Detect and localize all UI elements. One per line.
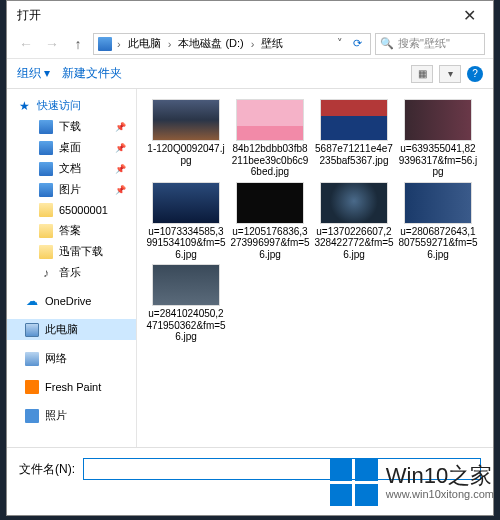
back-button[interactable]: ← <box>15 33 37 55</box>
breadcrumb-sep: › <box>165 38 175 50</box>
pin-icon: 📌 <box>115 122 126 132</box>
sidebar-label: 图片 <box>59 182 81 197</box>
arrow-right-icon: → <box>45 36 59 52</box>
file-item[interactable]: u=1205176836,3273996997&fm=56.jpg <box>229 182 311 261</box>
file-item[interactable]: 1-120Q0092047.jpg <box>145 99 227 178</box>
sidebar-label: 音乐 <box>59 265 81 280</box>
breadcrumb-seg[interactable]: 本地磁盘 (D:) <box>176 36 245 51</box>
sidebar-label: 网络 <box>45 351 67 366</box>
file-thumbnail <box>404 99 472 141</box>
sidebar-item-pictures[interactable]: 图片📌 <box>7 179 136 200</box>
titlebar: 打开 ✕ <box>7 1 493 29</box>
sidebar-item-documents[interactable]: 文档📌 <box>7 158 136 179</box>
refresh-button[interactable]: ⟳ <box>348 37 366 50</box>
drive-icon <box>98 37 112 51</box>
filename-label: 文件名(N): <box>19 458 75 478</box>
help-button[interactable]: ? <box>467 66 483 82</box>
file-thumbnail <box>152 182 220 224</box>
search-icon: 🔍 <box>380 37 394 50</box>
sidebar-item-desktop[interactable]: 桌面📌 <box>7 137 136 158</box>
sidebar-label: 照片 <box>45 408 67 423</box>
file-thumbnail <box>320 99 388 141</box>
sidebar-label: 文档 <box>59 161 81 176</box>
breadcrumb-sep: › <box>248 38 258 50</box>
sidebar-item-answers[interactable]: 答案 <box>7 220 136 241</box>
folder-icon <box>39 245 53 259</box>
watermark-url: www.win10xitong.com <box>386 488 494 500</box>
help-icon: ? <box>472 68 478 79</box>
pin-icon: 📌 <box>115 164 126 174</box>
sidebar-item-fresh-paint[interactable]: Fresh Paint <box>7 377 136 397</box>
breadcrumb-dropdown[interactable]: ˅ <box>334 37 346 50</box>
new-folder-button[interactable]: 新建文件夹 <box>62 65 122 82</box>
cloud-icon: ☁ <box>25 294 39 308</box>
sidebar-item-music[interactable]: ♪音乐 <box>7 262 136 283</box>
watermark-brand: Win10之家 <box>386 464 494 488</box>
thumbnails-icon: ▦ <box>418 68 427 79</box>
pin-icon: 📌 <box>115 143 126 153</box>
sidebar-label: 迅雷下载 <box>59 244 103 259</box>
breadcrumb[interactable]: › 此电脑 › 本地磁盘 (D:) › 壁纸 ˅ ⟳ <box>93 33 371 55</box>
dialog-body: ★快速访问 下载📌 桌面📌 文档📌 图片📌 65000001 答案 迅雷下载 ♪… <box>7 89 493 447</box>
sidebar-label: 快速访问 <box>37 98 81 113</box>
desktop-icon <box>39 141 53 155</box>
star-icon: ★ <box>17 99 31 113</box>
file-name-label: 5687e71211e4e7235baf5367.jpg <box>313 141 395 166</box>
windows-logo-icon <box>330 458 378 506</box>
sidebar-item-thunder[interactable]: 迅雷下载 <box>7 241 136 262</box>
sidebar-label: 65000001 <box>59 204 108 216</box>
folder-icon <box>39 203 53 217</box>
sidebar-item-photos[interactable]: 照片 <box>7 405 136 426</box>
organize-menu[interactable]: 组织 ▾ <box>17 65 50 82</box>
sidebar-item-numfolder[interactable]: 65000001 <box>7 200 136 220</box>
close-icon: ✕ <box>463 6 476 25</box>
sidebar-item-onedrive[interactable]: ☁OneDrive <box>7 291 136 311</box>
sidebar-label: 桌面 <box>59 140 81 155</box>
close-button[interactable]: ✕ <box>451 4 487 26</box>
sidebar-item-this-pc[interactable]: 此电脑 <box>7 319 136 340</box>
sidebar-item-network[interactable]: 网络 <box>7 348 136 369</box>
up-button[interactable]: ↑ <box>67 33 89 55</box>
breadcrumb-seg[interactable]: 此电脑 <box>126 36 163 51</box>
open-file-dialog: 打开 ✕ ← → ↑ › 此电脑 › 本地磁盘 (D:) › 壁纸 ˅ ⟳ 🔍 … <box>6 0 494 516</box>
folder-icon <box>39 224 53 238</box>
breadcrumb-seg[interactable]: 壁纸 <box>259 36 285 51</box>
file-item[interactable]: u=1073334585,3991534109&fm=56.jpg <box>145 182 227 261</box>
computer-icon <box>25 323 39 337</box>
watermark: Win10之家 www.win10xitong.com <box>330 458 494 506</box>
toolbar-right: ▦ ▾ ? <box>411 65 483 83</box>
arrow-left-icon: ← <box>19 36 33 52</box>
file-thumbnail <box>152 99 220 141</box>
address-bar-row: ← → ↑ › 此电脑 › 本地磁盘 (D:) › 壁纸 ˅ ⟳ 🔍 搜索"壁纸… <box>7 29 493 59</box>
view-options-button[interactable]: ▦ <box>411 65 433 83</box>
file-item[interactable]: u=639355041,829396317&fm=56.jpg <box>397 99 479 178</box>
search-input[interactable]: 🔍 搜索"壁纸" <box>375 33 485 55</box>
photos-icon <box>25 409 39 423</box>
file-name-label: 1-120Q0092047.jpg <box>145 141 227 166</box>
file-item[interactable]: 84b12bdbb03fb8211bee39c0b6c96bed.jpg <box>229 99 311 178</box>
file-item[interactable]: u=2806872643,1807559271&fm=56.jpg <box>397 182 479 261</box>
chevron-down-icon: ▾ <box>448 68 453 79</box>
window-title: 打开 <box>17 7 41 24</box>
toolbar: 组织 ▾ 新建文件夹 ▦ ▾ ? <box>7 59 493 89</box>
file-item[interactable]: u=2841024050,2471950362&fm=56.jpg <box>145 264 227 343</box>
file-name-label: u=2806872643,1807559271&fm=56.jpg <box>397 224 479 261</box>
file-name-label: u=1073334585,3991534109&fm=56.jpg <box>145 224 227 261</box>
arrow-up-icon: ↑ <box>75 36 82 52</box>
forward-button[interactable]: → <box>41 33 63 55</box>
sidebar-item-quick-access[interactable]: ★快速访问 <box>7 95 136 116</box>
sidebar-item-downloads[interactable]: 下载📌 <box>7 116 136 137</box>
sidebar-label: Fresh Paint <box>45 381 101 393</box>
music-icon: ♪ <box>39 266 53 280</box>
file-thumbnail <box>404 182 472 224</box>
file-thumbnail <box>236 99 304 141</box>
file-name-label: u=2841024050,2471950362&fm=56.jpg <box>145 306 227 343</box>
file-name-label: u=639355041,829396317&fm=56.jpg <box>397 141 479 178</box>
file-item[interactable]: 5687e71211e4e7235baf5367.jpg <box>313 99 395 178</box>
file-item[interactable]: u=1370226607,2328422772&fm=56.jpg <box>313 182 395 261</box>
sidebar-label: 此电脑 <box>45 322 78 337</box>
downloads-icon <box>39 120 53 134</box>
file-name-label: u=1370226607,2328422772&fm=56.jpg <box>313 224 395 261</box>
file-name-label: 84b12bdbb03fb8211bee39c0b6c96bed.jpg <box>229 141 311 178</box>
view-dropdown[interactable]: ▾ <box>439 65 461 83</box>
